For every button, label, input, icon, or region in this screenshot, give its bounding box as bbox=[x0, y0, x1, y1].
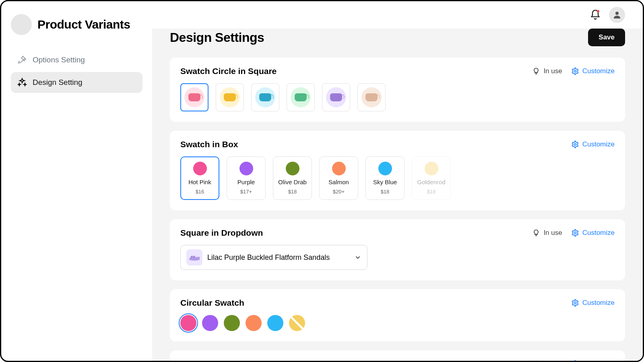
swatch-option[interactable] bbox=[216, 83, 244, 111]
color-dot-icon bbox=[286, 162, 299, 175]
swatch-option[interactable] bbox=[357, 83, 386, 111]
swatch-box-option[interactable]: Purple $17+ bbox=[227, 156, 266, 200]
swatch-box-option[interactable]: Olive Drab $18 bbox=[273, 156, 312, 200]
color-dot-icon bbox=[193, 162, 207, 175]
svg-point-4 bbox=[574, 302, 576, 304]
bag-icon bbox=[330, 93, 342, 101]
sidebar: Product Variants Options Setting Design … bbox=[1, 1, 152, 361]
swatch-label: Olive Drab bbox=[278, 179, 307, 185]
swatch-circle bbox=[184, 87, 204, 107]
gear-icon bbox=[571, 229, 579, 237]
circular-swatch-option[interactable] bbox=[180, 315, 196, 331]
dropdown-selected-label: Lilac Purple Buckled Flatform Sandals bbox=[207, 253, 349, 262]
notifications-button[interactable] bbox=[590, 9, 601, 21]
swatch-price: $16 bbox=[196, 189, 204, 195]
color-dot-icon bbox=[332, 162, 346, 175]
color-dot-icon bbox=[425, 162, 438, 175]
sidebar-item-options-setting[interactable]: Options Setting bbox=[11, 49, 142, 70]
section-swatch-in-box: Swatch in Box Customize Hot Pink $16 Pur… bbox=[170, 131, 625, 210]
circular-swatch-option[interactable] bbox=[202, 315, 218, 331]
section-circular-swatch: Circular Swatch Customize bbox=[170, 289, 625, 341]
in-use-label: In use bbox=[543, 229, 562, 237]
section-title: Square Swatch bbox=[180, 359, 241, 361]
in-use-label: In use bbox=[543, 67, 562, 75]
user-icon bbox=[612, 10, 622, 20]
topbar bbox=[152, 1, 643, 29]
section-title: Circular Swatch bbox=[180, 298, 244, 308]
svg-point-1 bbox=[574, 70, 576, 72]
bag-icon bbox=[224, 93, 236, 101]
gear-icon bbox=[571, 360, 579, 361]
customize-button[interactable]: Customize bbox=[571, 360, 615, 361]
tools-icon bbox=[17, 55, 27, 65]
swatch-label: Sky Blue bbox=[373, 179, 397, 185]
swatch-box-option[interactable]: Sky Blue $18 bbox=[365, 156, 405, 200]
section-title: Swatch in Box bbox=[180, 140, 238, 149]
bag-icon bbox=[295, 93, 307, 101]
in-use-badge: In use bbox=[532, 360, 562, 361]
color-dot-icon bbox=[239, 162, 253, 175]
dropdown-thumbnail bbox=[186, 249, 202, 265]
customize-button[interactable]: Customize bbox=[571, 67, 615, 75]
swatch-option[interactable] bbox=[180, 83, 208, 111]
gear-icon bbox=[571, 67, 579, 75]
brand-title: Product Variants bbox=[37, 18, 130, 31]
customize-label: Customize bbox=[582, 140, 615, 148]
sidebar-item-label: Options Setting bbox=[33, 56, 85, 64]
customize-button[interactable]: Customize bbox=[571, 229, 615, 237]
swatch-price: $18 bbox=[427, 189, 436, 195]
sparkles-icon bbox=[17, 78, 27, 87]
swatch-price: $18 bbox=[381, 189, 390, 195]
circular-swatch-option[interactable] bbox=[289, 315, 305, 331]
swatch-option[interactable] bbox=[322, 83, 350, 111]
page-title: Design Settings bbox=[170, 30, 264, 45]
swatch-box-option[interactable]: Hot Pink $16 bbox=[180, 156, 219, 200]
svg-point-2 bbox=[574, 144, 576, 146]
bag-icon bbox=[188, 93, 200, 101]
customize-label: Customize bbox=[582, 67, 615, 75]
swatch-label: Salmon bbox=[328, 179, 349, 185]
gear-icon bbox=[571, 140, 579, 148]
swatch-price: $20+ bbox=[333, 189, 345, 195]
brand: Product Variants bbox=[11, 14, 142, 35]
customize-label: Customize bbox=[582, 229, 615, 237]
notification-dot-icon bbox=[597, 10, 599, 12]
swatch-price: $17+ bbox=[240, 189, 252, 195]
section-square-swatch: Square Swatch In use Customize bbox=[170, 350, 625, 361]
in-use-label: In use bbox=[543, 360, 562, 361]
sidebar-item-design-setting[interactable]: Design Setting bbox=[11, 72, 142, 93]
swatch-box-option[interactable]: Salmon $20+ bbox=[319, 156, 358, 200]
circular-swatch-option[interactable] bbox=[224, 315, 240, 331]
swatch-circle bbox=[291, 87, 311, 107]
in-use-badge: In use bbox=[532, 229, 562, 237]
circular-swatch-option[interactable] bbox=[267, 315, 283, 331]
swatch-price: $18 bbox=[288, 189, 297, 195]
lightbulb-icon bbox=[532, 67, 540, 75]
svg-point-0 bbox=[615, 12, 619, 15]
swatch-option[interactable] bbox=[251, 83, 279, 111]
user-menu[interactable] bbox=[609, 7, 625, 23]
save-button[interactable]: Save bbox=[588, 29, 625, 46]
lightbulb-icon bbox=[532, 360, 540, 361]
gear-icon bbox=[571, 299, 579, 307]
swatch-label: Hot Pink bbox=[188, 179, 211, 185]
lightbulb-icon bbox=[532, 229, 540, 237]
sandal-icon bbox=[188, 253, 200, 261]
section-title: Square in Dropdown bbox=[180, 228, 263, 238]
bag-icon bbox=[259, 93, 271, 101]
customize-button[interactable]: Customize bbox=[571, 299, 615, 307]
variant-dropdown[interactable]: Lilac Purple Buckled Flatform Sandals bbox=[180, 245, 367, 270]
swatch-circle bbox=[220, 87, 240, 107]
swatch-label: Purple bbox=[237, 179, 255, 185]
circular-swatch-option[interactable] bbox=[246, 315, 262, 331]
page-header: Design Settings Save bbox=[170, 29, 625, 46]
customize-button[interactable]: Customize bbox=[571, 140, 615, 148]
section-title: Swatch Circle in Square bbox=[180, 66, 277, 76]
swatch-option[interactable] bbox=[287, 83, 315, 111]
chevron-down-icon bbox=[354, 254, 361, 261]
swatch-label: Goldenrod bbox=[417, 179, 445, 185]
color-dot-icon bbox=[378, 162, 392, 175]
svg-point-3 bbox=[574, 232, 576, 234]
bag-icon bbox=[365, 93, 378, 101]
swatch-circle bbox=[361, 87, 382, 107]
